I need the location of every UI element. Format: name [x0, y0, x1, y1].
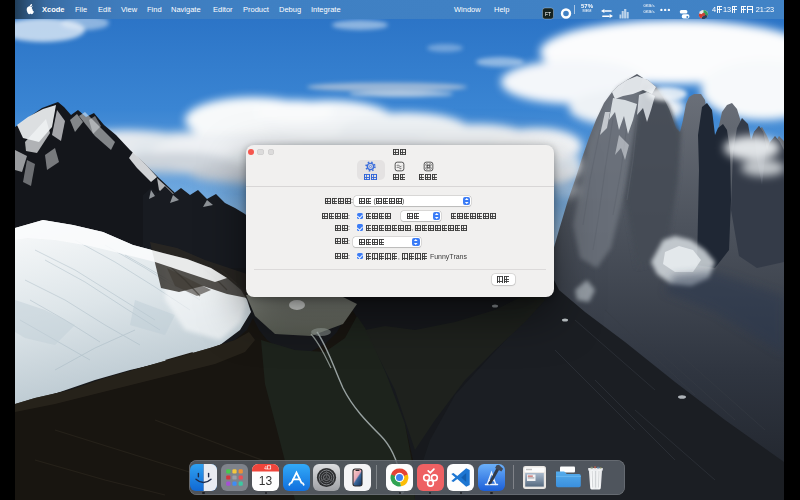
svg-text:FT: FT — [545, 11, 551, 17]
svg-text:13: 13 — [259, 474, 273, 488]
svg-text:4: 4 — [265, 465, 268, 470]
